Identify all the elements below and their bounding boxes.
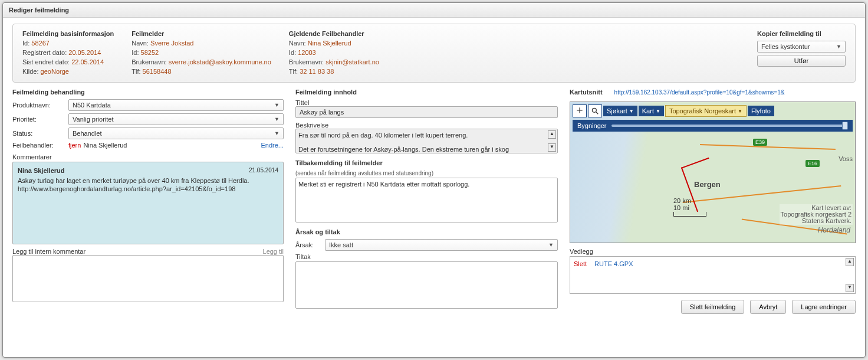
kopi-title: Kopier feilmelding til <box>757 30 846 37</box>
melder-navn: Sverre Jokstad <box>150 40 193 47</box>
vedlegg-box: Slett RUTE 4.GPX ▲ ▼ <box>570 256 856 294</box>
bygninger-row: Bygninger <box>573 120 853 132</box>
slett-feilmelding-button[interactable]: Slett feilmelding <box>681 300 745 314</box>
scroll-up-icon[interactable]: ▲ <box>846 258 854 266</box>
kommentar-title: Kommentarer <box>12 153 284 161</box>
lagre-button[interactable]: Lagre endringer <box>792 300 856 314</box>
tilbake-title: Tilbakemelding til feilmelder <box>295 159 558 166</box>
basis-id-label: Id: <box>22 40 29 47</box>
besk-area[interactable]: Fra sør til nord på en dag. 40 kilometer… <box>295 129 558 153</box>
chevron-down-icon: ▼ <box>548 242 554 248</box>
svg-point-0 <box>592 108 596 112</box>
basis-reg: 20.05.2014 <box>68 49 101 56</box>
layer-sjokart[interactable]: Sjøkart▼ <box>603 106 637 116</box>
arsak-label: Årsak: <box>295 241 325 248</box>
chevron-down-icon: ▼ <box>629 109 634 114</box>
fjern-link[interactable]: fjern <box>68 142 81 149</box>
layer-topo[interactable]: Topografisk Norgeskart▼ <box>665 105 747 117</box>
scroll-down-icon[interactable]: ▼ <box>548 143 556 152</box>
map-label-hordaland: Hordaland <box>818 226 850 234</box>
zoom-tool-icon[interactable] <box>588 104 602 117</box>
basis-endret: 22.05.2014 <box>71 58 104 66</box>
info-panel: Feilmelding basisinformasjon Id: 58267 R… <box>12 24 856 83</box>
innhold-title: Feilmelding innhold <box>295 89 558 96</box>
basis-reg-label: Registrert dato: <box>22 49 67 56</box>
scroll-up-icon[interactable]: ▲ <box>548 130 556 139</box>
besk-label: Beskrivelse <box>295 122 558 129</box>
vedlegg-title: Vedlegg <box>570 248 856 255</box>
intern-kommentar-input[interactable] <box>12 255 284 302</box>
scale-bar: 20 km 10 mi <box>673 197 706 217</box>
leggtil-label: Legg til intern kommentar <box>12 248 86 255</box>
melder-title: Feilmelder <box>131 30 271 37</box>
status-select[interactable]: Behandlet▼ <box>68 127 284 139</box>
dialog-window: Rediger feilmelding Feilmelding basisinf… <box>2 2 866 358</box>
status-label: Status: <box>12 130 68 137</box>
slett-vedlegg-link[interactable]: Slett <box>574 260 587 267</box>
melder-navn-label: Navn: <box>131 40 149 47</box>
behandler-title: Gjeldende Feilbehandler <box>289 30 379 37</box>
chevron-down-icon: ▼ <box>656 109 660 114</box>
road-badge-e39: E39 <box>753 139 767 146</box>
scroll-down-icon[interactable]: ▼ <box>846 284 854 292</box>
besk-text: Fra sør til nord på en dag. 40 kilometer… <box>298 132 555 153</box>
prioritet-value: Vanlig prioritet <box>73 116 114 123</box>
produkt-label: Produktnavn: <box>12 102 68 109</box>
svg-line-1 <box>596 112 599 114</box>
feilbeh-label: Feilbehandler: <box>12 142 68 149</box>
endre-link[interactable]: Endre... <box>261 142 284 149</box>
vedlegg-file-link[interactable]: RUTE 4.GPX <box>594 260 633 267</box>
behandler-id-label: Id: <box>289 49 296 56</box>
produkt-select[interactable]: N50 Kartdata▼ <box>68 99 284 111</box>
behandler-navn: Nina Skjellerud <box>308 40 351 47</box>
chevron-down-icon: ▼ <box>274 116 280 122</box>
kopi-selected: Felles kystkontur <box>761 43 810 50</box>
behandler-navn-label: Navn: <box>289 40 306 47</box>
feilbeh-name: Nina Skjellerud <box>83 142 127 149</box>
chevron-down-icon: ▼ <box>738 109 742 114</box>
behandler-bruker-label: Brukernavn: <box>289 58 324 66</box>
slider-thumb[interactable] <box>842 122 848 130</box>
tilbake-sub: (sendes når feilmelding avsluttes med st… <box>295 170 558 176</box>
behandler-id: 12003 <box>298 49 316 56</box>
prioritet-select[interactable]: Vanlig prioritet▼ <box>68 113 284 125</box>
layer-flyfoto[interactable]: Flyfoto <box>748 106 774 116</box>
map-label-bergen: Bergen <box>694 180 721 189</box>
pan-tool-icon[interactable] <box>573 104 587 117</box>
basis-endret-label: Sist endret dato: <box>22 58 70 66</box>
melder-tlf: 56158448 <box>143 68 172 75</box>
chevron-down-icon: ▼ <box>836 44 841 50</box>
basis-id: 58267 <box>31 40 50 47</box>
basis-kilde-label: Kilde: <box>22 68 39 75</box>
road-badge-e16: E16 <box>805 160 820 167</box>
leggtil-link[interactable]: Legg til <box>263 248 284 255</box>
produkt-value: N50 Kartdata <box>73 102 111 109</box>
tilbake-input[interactable]: Merket sti er registrert i N50 Kartdata … <box>295 178 558 222</box>
tittel-input[interactable] <box>295 106 558 118</box>
arsak-select[interactable]: Ikke satt▼ <box>325 239 558 251</box>
utfor-button[interactable]: Utfør <box>757 55 846 67</box>
behandler-tlf: 32 11 83 38 <box>300 68 334 75</box>
melder-id: 58252 <box>141 49 159 56</box>
melder-bruker-label: Brukernavn: <box>131 58 166 66</box>
behandler-bruker: skjnin@statkart.no <box>326 58 379 66</box>
tiltak-input[interactable] <box>295 261 558 309</box>
behandler-tlf-label: Tlf: <box>289 68 298 75</box>
avbryt-button[interactable]: Avbryt <box>750 300 786 314</box>
kommentar-text: Askøy turlag har laget en merket turløyp… <box>18 176 278 193</box>
map-label-voss: Voss <box>839 155 853 162</box>
map-attribution: Kart levert av: Topografisk norgeskart 2… <box>780 204 853 225</box>
basis-kilde: geoNorge <box>41 68 69 75</box>
layer-kart[interactable]: Kart▼ <box>639 106 664 116</box>
opacity-slider[interactable] <box>611 125 848 127</box>
kommentar-author: Nina Skjellerud <box>18 167 278 174</box>
chevron-down-icon: ▼ <box>274 102 280 108</box>
melder-bruker: sverre.jokstad@askoy.kommune.no <box>169 58 271 66</box>
kart-link[interactable]: http://159.162.103.37/default.aspx?profi… <box>614 89 856 96</box>
kommentar-box: Nina Skjellerud 21.05.2014 Askøy turlag … <box>12 162 284 244</box>
melder-id-label: Id: <box>131 49 139 56</box>
kopi-select[interactable]: Felles kystkontur▼ <box>757 41 846 53</box>
map[interactable]: Sjøkart▼ Kart▼ Topografisk Norgeskart▼ F… <box>570 102 856 243</box>
tilbake-text: Merket sti er registrert i N50 Kartdata … <box>298 181 469 188</box>
behandling-title: Feilmelding behandling <box>12 89 284 96</box>
